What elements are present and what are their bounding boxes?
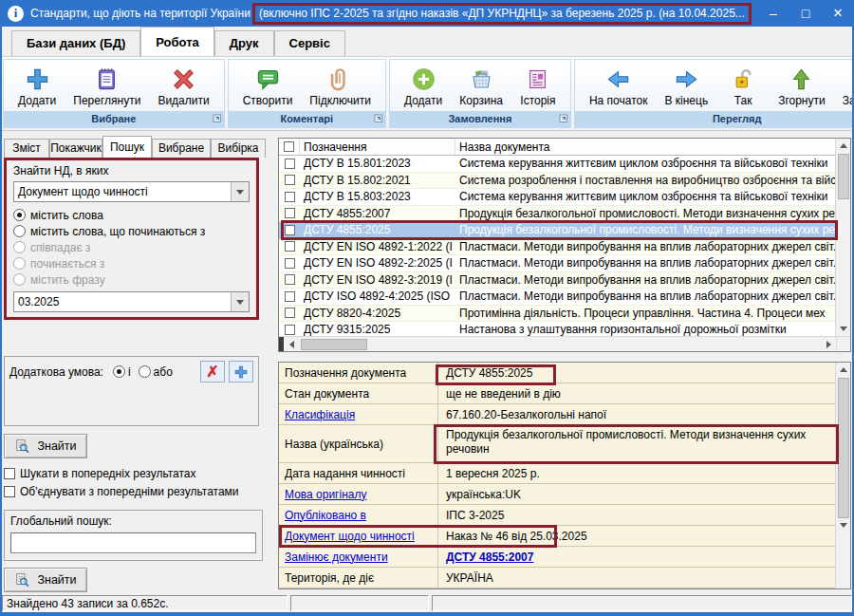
row-checkbox-cell[interactable] [279, 322, 300, 336]
dialog-launcher-icon[interactable] [374, 114, 383, 123]
designation-cell[interactable]: ДСТУ 4855:2025 [300, 222, 455, 239]
detail-label-link[interactable]: Опубліковано в [285, 509, 366, 522]
document-name-cell[interactable]: Система керування життєвим циклом озброє… [455, 156, 835, 173]
designation-cell[interactable]: ДСТУ В 15.803:2023 [300, 189, 455, 206]
radio-or[interactable]: або [139, 365, 173, 379]
basket-button[interactable]: Корзина [451, 65, 511, 108]
document-name-cell[interactable]: Протимінна діяльність. Процеси управлінн… [455, 306, 835, 323]
attach-comment-button[interactable]: Підключити [301, 65, 380, 108]
search-value-dropdown[interactable]: 03.2025 [13, 291, 250, 312]
go-end-button[interactable]: В кінець [656, 65, 716, 108]
detail-label-link[interactable]: Класифікація [285, 408, 355, 421]
tab-work[interactable]: Робота [140, 27, 214, 56]
document-name-cell[interactable]: Пластмаси. Методи випробування на вплив … [455, 289, 835, 306]
close-view-button[interactable]: Закрити [834, 65, 854, 108]
radio-and[interactable]: і [113, 365, 131, 379]
column-header-designation[interactable]: Позначення [300, 139, 455, 155]
row-checkbox-cell[interactable] [279, 206, 300, 223]
designation-cell[interactable]: ДСТУ 8820-4:2025 [300, 306, 455, 323]
tab-databases[interactable]: Бази даних (БД) [11, 30, 140, 56]
close-button[interactable]: × [822, 0, 854, 27]
table-row[interactable]: ДСТУ EN ISO 4892-3:2019 (ІПластмаси. Мет… [279, 272, 835, 289]
sidebar-tab-contents[interactable]: Зміст [4, 139, 49, 158]
scrollbar-thumb[interactable] [838, 154, 849, 199]
add-order-button[interactable]: Додати [396, 65, 451, 108]
dropdown-button[interactable] [231, 292, 249, 311]
table-row[interactable]: ДСТУ 9315:2025Настанова з улаштування го… [279, 322, 835, 336]
document-name-cell[interactable]: Пластмаси. Методи випробування на вплив … [455, 272, 835, 289]
global-find-button[interactable]: Знайти [4, 568, 87, 592]
scrollbar-thumb[interactable] [838, 378, 849, 518]
document-name-cell[interactable]: Настанова з улаштування горизонтальної д… [455, 322, 835, 336]
row-checkbox-cell[interactable] [279, 156, 300, 173]
row-checkbox-cell[interactable] [279, 272, 300, 289]
checkbox-merge-with-previous[interactable]: Об'єднувати з попередніми результатами [4, 482, 274, 500]
table-row[interactable]: ДСТУ EN ISO 4892-1:2022 (ІПластмаси. Мет… [279, 239, 835, 256]
global-search-input[interactable] [10, 532, 256, 553]
results-horizontal-scrollbar[interactable] [279, 336, 850, 351]
row-checkbox-cell[interactable] [279, 239, 300, 256]
table-row[interactable]: ДСТУ 4855:2007Продукція безалкогольної п… [279, 206, 835, 223]
find-button[interactable]: Знайти [4, 434, 87, 458]
add-condition-button[interactable] [229, 361, 253, 383]
document-name-cell[interactable]: Продукція безалкогольної промисловості. … [455, 206, 835, 223]
table-row[interactable]: ДСТУ EN ISO 4892-2:2025 (ІПластмаси. Мет… [279, 255, 835, 272]
scroll-up-button[interactable] [836, 139, 850, 153]
view-favorite-button[interactable]: Переглянути [65, 65, 149, 108]
tab-print[interactable]: Друк [214, 30, 274, 56]
row-checkbox-cell[interactable] [279, 189, 300, 206]
designation-cell[interactable]: ДСТУ EN ISO 4892-1:2022 (І [300, 239, 455, 256]
document-name-cell[interactable]: Продукція безалкогольної промисловості. … [455, 222, 835, 239]
go-start-button[interactable]: На початок [581, 65, 657, 108]
checkbox-search-in-previous[interactable]: Шукати в попередніх результатах [4, 464, 274, 482]
scroll-down-button[interactable] [836, 518, 850, 532]
row-checkbox-cell[interactable] [279, 289, 300, 306]
dialog-launcher-icon[interactable] [213, 114, 222, 123]
detail-label-link[interactable]: Мова оригіналу [285, 488, 366, 501]
designation-cell[interactable]: ДСТУ В 15.801:2023 [300, 156, 455, 173]
remove-condition-button[interactable]: ✗ [200, 361, 225, 383]
scroll-up-button[interactable] [836, 363, 850, 377]
dialog-launcher-icon[interactable] [559, 114, 568, 123]
designation-cell[interactable]: ДСТУ 4855:2007 [300, 206, 455, 223]
designation-cell[interactable]: ДСТУ В 15.802:2021 [300, 173, 455, 190]
sidebar-tab-index[interactable]: Покажчик [49, 139, 102, 158]
sidebar-tab-search[interactable]: Пошук [102, 136, 152, 158]
detail-label-link[interactable]: Документ щодо чинності [285, 530, 415, 543]
designation-cell[interactable]: ДСТУ EN ISO 4892-2:2025 (І [300, 255, 455, 272]
table-row[interactable]: ДСТУ 8820-4:2025Протимінна діяльність. П… [279, 306, 835, 323]
scroll-down-button[interactable] [836, 322, 850, 336]
detail-label-link[interactable]: Замінює документи [285, 551, 388, 564]
radio-contains-words[interactable]: містить слова [13, 207, 250, 223]
yes-button[interactable]: Так [716, 65, 770, 108]
collapse-button[interactable]: Згорнути [770, 65, 834, 108]
document-name-cell[interactable]: Пластмаси. Методи випробування на вплив … [455, 239, 835, 256]
field-dropdown[interactable]: Документ щодо чинності [13, 181, 250, 202]
scrollbar-thumb[interactable] [301, 339, 367, 350]
results-vertical-scrollbar[interactable] [835, 139, 850, 336]
dropdown-button[interactable] [231, 182, 249, 201]
document-name-cell[interactable]: Система розроблення і поставлення на вир… [455, 173, 835, 190]
detail-value-link[interactable]: ДСТУ 4855:2007 [446, 551, 533, 564]
document-name-cell[interactable]: Пластмаси. Методи випробування на вплив … [455, 255, 835, 272]
designation-cell[interactable]: ДСТУ EN ISO 4892-3:2019 (І [300, 272, 455, 289]
maximize-button[interactable]: □ [789, 0, 822, 27]
row-checkbox-cell[interactable] [279, 222, 300, 239]
row-checkbox-cell[interactable] [279, 255, 300, 272]
column-header-document-name[interactable]: Назва документа [455, 139, 835, 155]
history-button[interactable]: Історія [511, 65, 565, 108]
designation-cell[interactable]: ДСТУ 9315:2025 [300, 322, 455, 336]
sidebar-tab-selection[interactable]: Вибірка [211, 139, 266, 158]
table-row[interactable]: ДСТУ В 15.802:2021Система розроблення і … [279, 173, 835, 190]
table-row[interactable]: ДСТУ ISO 4892-4:2025 (ISOПластмаси. Мето… [279, 289, 835, 306]
detail-vertical-scrollbar[interactable] [835, 363, 850, 588]
create-comment-button[interactable]: Створити [234, 65, 302, 108]
table-row[interactable]: ДСТУ В 15.801:2023Система керування житт… [279, 156, 835, 173]
delete-favorite-button[interactable]: Видалити [149, 65, 217, 108]
scroll-left-button[interactable] [284, 337, 299, 351]
table-row[interactable]: ДСТУ 4855:2025Продукція безалкогольної п… [279, 222, 835, 239]
scroll-right-button[interactable] [821, 337, 836, 351]
minimize-button[interactable]: – [757, 0, 789, 27]
radio-starts-with-words[interactable]: містить слова, що починаються з [13, 223, 250, 239]
add-favorite-button[interactable]: Додати [9, 65, 65, 108]
